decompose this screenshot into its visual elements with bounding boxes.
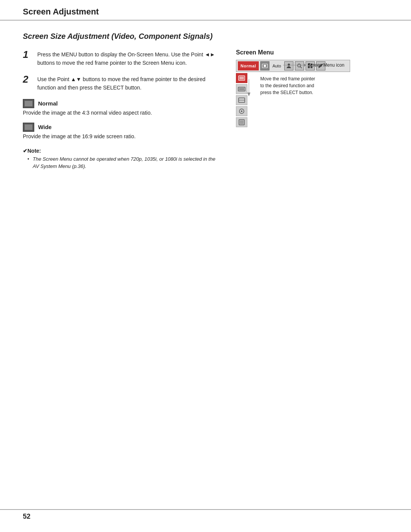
svg-point-18 (241, 110, 242, 112)
page-content: Screen Size Adjustment (Video, Component… (0, 21, 411, 193)
pointer-annotation-line2: to the desired function and (260, 82, 315, 89)
screen-menu-title: Screen Menu (236, 49, 365, 56)
annotation-arrow-1 (283, 62, 306, 68)
note-title: ✔Note: (23, 148, 221, 154)
section-title: Screen Size Adjustment (Video, Component… (23, 32, 388, 41)
side-normal-icon (238, 75, 245, 81)
step-number-2: 2 (23, 74, 33, 85)
pointer-annotation-line1: Move the red frame pointer (260, 75, 315, 82)
side-icon-2-img (238, 86, 245, 93)
left-column: 1 Press the MENU button to display the O… (23, 49, 221, 170)
svg-point-1 (264, 65, 266, 67)
pointer-annotation-line3: press the SELECT button. (260, 89, 315, 96)
side-icon-4-img (238, 108, 245, 115)
screen-menu-icon-annotation: Screen Menu icon (283, 62, 344, 68)
side-panel-area: Move the red frame pointer to the desire… (236, 73, 315, 127)
step-text-2: Use the Point ▲▼ buttons to move the red… (37, 74, 221, 92)
menu-auto-label: Auto (271, 64, 283, 68)
step-2: 2 Use the Point ▲▼ buttons to move the r… (23, 74, 221, 92)
normal-icon-inner (24, 101, 33, 107)
wide-description: Provide the image at the 16:9 wide scree… (23, 133, 221, 139)
right-column: Screen Menu Normal (236, 49, 365, 127)
side-icon-5-img (238, 119, 245, 126)
step-1: 1 Press the MENU button to display the O… (23, 49, 221, 67)
normal-icon-box (23, 99, 34, 108)
svg-marker-10 (304, 64, 306, 67)
menu-panel: Normal Auto (236, 60, 342, 127)
svg-marker-22 (247, 93, 250, 96)
note-item-1: The Screen Menu cannot be operated when … (27, 155, 221, 170)
wide-icon-inner (24, 124, 33, 130)
screen-menu-area: Normal Auto (236, 60, 365, 127)
normal-option-row: Normal (23, 99, 221, 108)
step-text-1: Press the MENU button to display the On-… (37, 49, 221, 67)
page-number: 52 (23, 513, 30, 521)
menu-normal-label: Normal (238, 61, 259, 70)
screen-menu-icon-label: Screen Menu icon (307, 62, 344, 68)
pointer-text: Move the red frame pointer to the desire… (260, 75, 315, 96)
page-header: Screen Adjustment (0, 0, 411, 21)
photo-icon (262, 63, 268, 69)
svg-rect-20 (240, 120, 244, 124)
pointer-annotation: Move the red frame pointer to the desire… (253, 75, 315, 96)
side-icon-3-img (238, 97, 245, 104)
step-number-1: 1 (23, 49, 33, 60)
normal-label: Normal (38, 100, 58, 107)
page-title: Screen Adjustment (23, 7, 99, 16)
wide-option-row: Wide (23, 123, 221, 132)
menu-photo-icon-slot (260, 61, 269, 70)
wide-label: Wide (38, 124, 52, 130)
note-section: ✔Note: The Screen Menu cannot be operate… (23, 148, 221, 170)
svg-rect-14 (239, 88, 244, 90)
two-column-layout: 1 Press the MENU button to display the O… (23, 49, 388, 170)
side-icon-5 (236, 117, 247, 127)
footer-line (0, 509, 411, 510)
wide-icon-box (23, 123, 34, 132)
menu-bar-wrapper: Normal Auto (236, 60, 342, 72)
normal-description: Provide the image at the 4:3 normal vide… (23, 110, 221, 116)
note-list: The Screen Menu cannot be operated when … (23, 155, 221, 170)
svg-rect-12 (239, 77, 244, 80)
annotation-arrow-2 (245, 77, 256, 104)
side-icon-4 (236, 106, 247, 116)
